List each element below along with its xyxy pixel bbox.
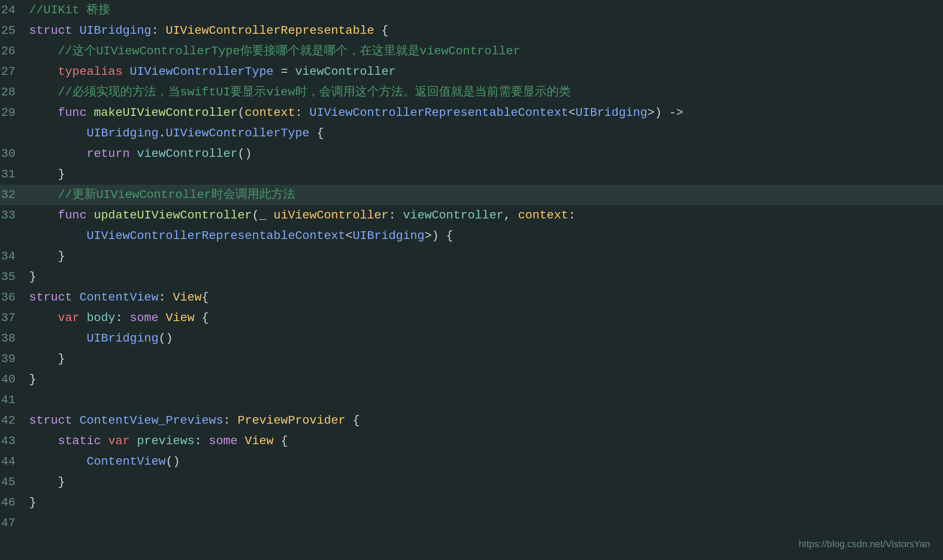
code-line: 28 //必须实现的方法，当swiftUI要显示view时，会调用这个方法。返回…: [0, 82, 943, 103]
line-content: UIBridging(): [26, 329, 943, 348]
line-number: 39: [0, 350, 26, 368]
line-content: //这个UIViewControllerType你要接哪个就是哪个，在这里就是v…: [26, 42, 943, 60]
line-number: 24: [0, 1, 26, 19]
line-number: 40: [0, 370, 26, 389]
line-content: //必须实现的方法，当swiftUI要显示view时，会调用这个方法。返回值就是…: [26, 83, 943, 101]
code-line: 42struct ContentView_Previews: PreviewPr…: [0, 410, 943, 431]
code-line: 38 UIBridging(): [0, 328, 943, 349]
code-line: 31 }: [0, 164, 943, 185]
code-line: 44 ContentView(): [0, 451, 943, 472]
line-number: 35: [0, 268, 26, 286]
line-number: 44: [0, 452, 26, 471]
line-content: struct ContentView_Previews: PreviewProv…: [26, 411, 943, 430]
line-content: }: [26, 350, 943, 368]
line-number: 30: [0, 144, 26, 163]
code-line: 27 typealias UIViewControllerType = view…: [0, 62, 943, 82]
line-content: static var previews: some View {: [26, 432, 943, 450]
line-content: struct UIBridging: UIViewControllerRepre…: [26, 21, 943, 40]
code-line: 33 func updateUIViewController(_ uiViewC…: [0, 205, 943, 226]
code-line: 29 func makeUIViewController(context: UI…: [0, 103, 943, 123]
code-line: 25struct UIBridging: UIViewControllerRep…: [0, 21, 943, 41]
line-number: 45: [0, 473, 26, 491]
line-content: }: [26, 165, 943, 183]
code-line: 26 //这个UIViewControllerType你要接哪个就是哪个，在这里…: [0, 41, 943, 62]
watermark: https://blog.csdn.net/VistorsYan: [799, 537, 930, 551]
line-number: 26: [0, 42, 26, 60]
line-number: 43: [0, 432, 26, 450]
line-number: 29: [0, 103, 26, 122]
code-line: 24//UIKit 桥接: [0, 0, 943, 21]
line-number: 47: [0, 514, 26, 532]
line-number: 33: [0, 206, 26, 224]
line-content: return viewController(): [26, 144, 943, 163]
line-content: typealias UIViewControllerType = viewCon…: [26, 62, 943, 81]
code-line: 35}: [0, 267, 943, 287]
line-number: 31: [0, 165, 26, 183]
line-content: UIBridging.UIViewControllerType {: [26, 124, 943, 142]
code-line: 34 }: [0, 246, 943, 267]
code-line: 46}: [0, 492, 943, 513]
line-number: 25: [0, 21, 26, 40]
line-content: //更新UIViewController时会调用此方法: [26, 186, 943, 204]
line-content: var body: some View {: [26, 309, 943, 327]
code-line: 39 }: [0, 349, 943, 369]
code-line: 32 //更新UIViewController时会调用此方法: [0, 185, 943, 205]
line-number: 42: [0, 411, 26, 430]
code-line: 43 static var previews: some View {: [0, 431, 943, 451]
line-number: 41: [0, 391, 26, 409]
code-line: 45 }: [0, 472, 943, 492]
code-line: 41: [0, 390, 943, 410]
line-number: 32: [0, 186, 26, 204]
code-line: UIBridging.UIViewControllerType {: [0, 123, 943, 144]
code-line: 30 return viewController(): [0, 144, 943, 164]
line-content: struct ContentView: View{: [26, 288, 943, 307]
line-number: 34: [0, 247, 26, 265]
line-number: 36: [0, 288, 26, 307]
line-number: 37: [0, 309, 26, 327]
line-content: ContentView(): [26, 452, 943, 471]
line-content: }: [26, 473, 943, 491]
line-content: //UIKit 桥接: [26, 1, 943, 19]
line-content: }: [26, 493, 943, 512]
line-content: UIViewControllerRepresentableContext<UIB…: [26, 227, 943, 245]
line-content: func updateUIViewController(_ uiViewCont…: [26, 206, 943, 224]
line-content: }: [26, 268, 943, 286]
code-line: 47: [0, 513, 943, 533]
line-number: 46: [0, 493, 26, 512]
code-line: 36struct ContentView: View{: [0, 287, 943, 308]
line-number: 27: [0, 62, 26, 81]
code-line: 40}: [0, 369, 943, 390]
code-line: UIViewControllerRepresentableContext<UIB…: [0, 226, 943, 246]
line-number: 38: [0, 329, 26, 348]
line-content: }: [26, 370, 943, 389]
code-line: 37 var body: some View {: [0, 308, 943, 328]
line-content: }: [26, 247, 943, 265]
line-number: 28: [0, 83, 26, 101]
line-content: func makeUIViewController(context: UIVie…: [26, 103, 943, 122]
code-editor: 24//UIKit 桥接25struct UIBridging: UIViewC…: [0, 0, 943, 560]
